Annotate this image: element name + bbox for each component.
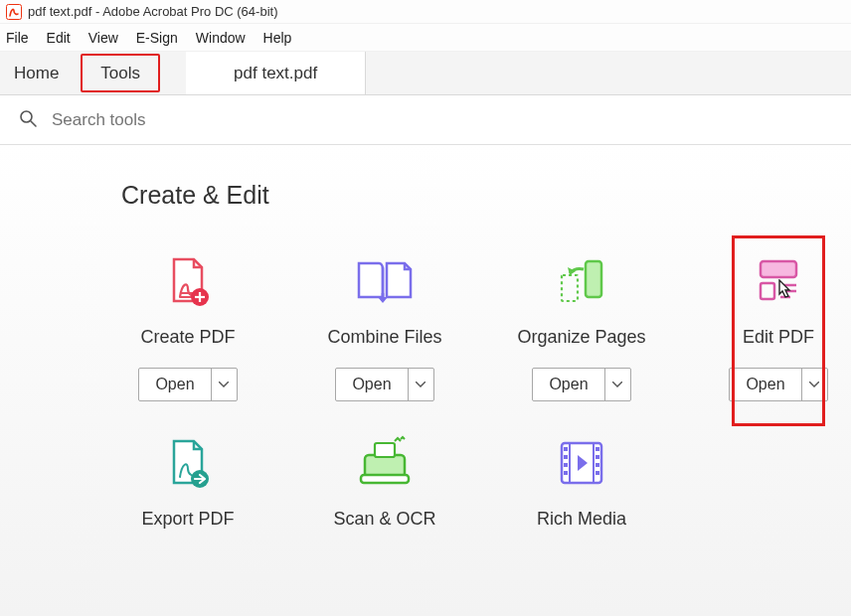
tool-label: Combine Files — [327, 327, 441, 348]
tool-rich-media[interactable]: Rich Media — [483, 431, 680, 530]
tab-home[interactable]: Home — [0, 52, 79, 94]
scan-ocr-icon — [353, 431, 417, 495]
organize-pages-icon — [550, 249, 613, 313]
svg-rect-29 — [596, 463, 599, 467]
tool-label: Edit PDF — [743, 327, 814, 348]
menu-view[interactable]: View — [88, 30, 118, 46]
open-button-group: Open — [532, 368, 630, 401]
tool-label: Rich Media — [537, 509, 626, 530]
svg-rect-26 — [564, 471, 568, 475]
svg-rect-9 — [586, 261, 601, 297]
svg-rect-27 — [596, 447, 599, 451]
svg-rect-23 — [564, 447, 568, 451]
tool-combine-files[interactable]: Combine Files Open — [286, 249, 483, 401]
open-button[interactable]: Open — [730, 369, 800, 400]
titlebar: pdf text.pdf - Adobe Acrobat Pro DC (64-… — [0, 0, 851, 24]
svg-rect-19 — [375, 443, 395, 457]
open-dropdown[interactable] — [408, 369, 433, 400]
menubar: File Edit View E-Sign Window Help — [0, 24, 851, 52]
menu-file[interactable]: File — [6, 30, 29, 46]
open-dropdown[interactable] — [211, 369, 237, 400]
tool-scan-ocr[interactable]: Scan & OCR — [286, 431, 483, 530]
tool-grid: Create PDF Open Combine Files — [89, 249, 851, 530]
content: Create & Edit Create PDF Open — [0, 145, 851, 616]
acrobat-app-icon — [6, 4, 22, 20]
svg-point-1 — [21, 111, 32, 122]
open-dropdown[interactable] — [801, 369, 827, 400]
menu-window[interactable]: Window — [196, 30, 246, 46]
svg-rect-18 — [361, 475, 409, 483]
menu-help[interactable]: Help — [263, 30, 292, 46]
edit-pdf-icon — [747, 249, 810, 313]
tool-label: Export PDF — [141, 509, 234, 530]
search-input[interactable] — [50, 109, 447, 131]
open-dropdown[interactable] — [604, 369, 630, 400]
menu-esign[interactable]: E-Sign — [136, 30, 178, 46]
svg-rect-28 — [596, 455, 599, 459]
tab-document[interactable]: pdf text.pdf — [186, 52, 366, 94]
create-pdf-icon — [156, 249, 220, 313]
combine-files-icon — [353, 249, 417, 313]
svg-rect-10 — [562, 275, 578, 301]
export-pdf-icon — [156, 431, 220, 495]
svg-rect-11 — [761, 261, 796, 277]
open-button[interactable]: Open — [336, 369, 407, 400]
section-title: Create & Edit — [121, 181, 851, 210]
tab-tools[interactable]: Tools — [81, 54, 160, 92]
svg-rect-30 — [596, 471, 599, 475]
open-button[interactable]: Open — [533, 369, 603, 400]
tool-create-pdf[interactable]: Create PDF Open — [89, 249, 286, 401]
open-button[interactable]: Open — [139, 369, 210, 400]
tool-organize-pages[interactable]: Organize Pages Open — [483, 249, 680, 401]
rich-media-icon — [550, 431, 613, 495]
search-icon — [18, 108, 38, 132]
searchbar — [0, 95, 851, 145]
open-button-group: Open — [729, 368, 827, 401]
tool-edit-pdf[interactable]: Edit PDF Open — [680, 249, 851, 401]
tool-label: Organize Pages — [517, 327, 645, 348]
svg-rect-25 — [564, 463, 568, 467]
open-button-group: Open — [335, 368, 433, 401]
tool-export-pdf[interactable]: Export PDF — [89, 431, 286, 530]
tool-empty — [680, 431, 851, 530]
svg-rect-17 — [365, 455, 405, 477]
tool-label: Scan & OCR — [333, 509, 435, 530]
svg-rect-12 — [761, 283, 774, 299]
window-title: pdf text.pdf - Adobe Acrobat Pro DC (64-… — [28, 4, 277, 19]
open-button-group: Open — [138, 368, 237, 401]
svg-rect-24 — [564, 455, 568, 459]
menu-edit[interactable]: Edit — [47, 30, 71, 46]
tabbar: Home Tools pdf text.pdf — [0, 52, 851, 95]
svg-line-2 — [31, 121, 36, 126]
tool-label: Create PDF — [140, 327, 235, 348]
